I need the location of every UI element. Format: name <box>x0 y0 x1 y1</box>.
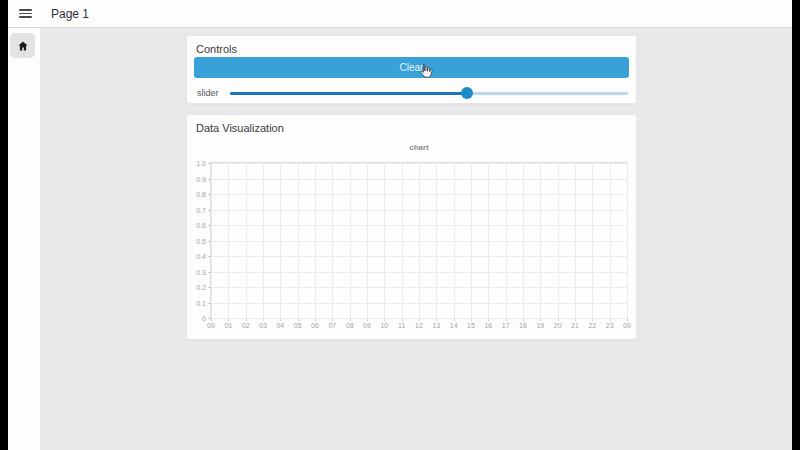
clear-button[interactable]: Clear <box>194 57 629 78</box>
chart-x-tick-label: 13 <box>432 322 440 329</box>
chart-gridline-horizontal <box>211 225 627 226</box>
chart-x-tick-label: 08 <box>346 322 354 329</box>
chart-y-tick-label: 0.7 <box>196 206 206 213</box>
data-visualization-card: Data Visualization chart 000102030405060… <box>186 114 637 340</box>
chart-gridline-horizontal <box>211 179 627 180</box>
chart-y-tick-label: 1.0 <box>196 160 206 167</box>
sidebar-item-home[interactable] <box>10 33 35 58</box>
slider-control: slider <box>197 85 628 101</box>
chart-y-tick-mark <box>208 256 211 257</box>
chart-x-tick-label: 05 <box>294 322 302 329</box>
chart-x-tick-label: 12 <box>415 322 423 329</box>
left-letterbox-bar <box>0 0 8 450</box>
chart-x-tick-label: 11 <box>398 322 405 329</box>
viz-card-title: Data Visualization <box>187 115 636 134</box>
chart-y-tick-mark <box>208 210 211 211</box>
chart-y-tick-mark <box>208 241 211 242</box>
chart-x-tick-label: 20 <box>554 322 562 329</box>
chart-gridline-horizontal <box>211 272 627 273</box>
chart-gridline-horizontal <box>211 318 627 319</box>
chart-x-tick-label: 18 <box>519 322 527 329</box>
controls-card-title: Controls <box>187 36 636 55</box>
chart-x-tick-mark <box>627 318 628 321</box>
chart-y-tick-mark <box>208 194 211 195</box>
chart-y-tick-mark <box>208 163 211 164</box>
chart-y-tick-label: 0.1 <box>196 299 206 306</box>
chart-y-tick-label: 0.9 <box>196 175 206 182</box>
controls-card: Controls Clear slider <box>186 35 637 104</box>
chart-y-tick-label: 0.4 <box>196 253 206 260</box>
chart-title: chart <box>210 143 628 152</box>
chart-x-tick-label: 04 <box>276 322 284 329</box>
chart-y-tick-mark <box>208 287 211 288</box>
slider-fill <box>230 92 467 95</box>
chart-x-tick-label: 09 <box>363 322 371 329</box>
slider-track[interactable] <box>230 92 628 95</box>
slider-label: slider <box>197 88 230 98</box>
chart-gridline-horizontal <box>211 303 627 304</box>
home-icon <box>17 40 29 52</box>
chart-x-tick-label: 21 <box>571 322 579 329</box>
chart-y-tick-mark <box>208 272 211 273</box>
chart-x-tick-label: 03 <box>259 322 267 329</box>
chart-gridline-horizontal <box>211 256 627 257</box>
chart-y-tick-label: 0.2 <box>196 284 206 291</box>
page-title: Page 1 <box>51 7 89 21</box>
chart-y-tick-label: 0.5 <box>196 237 206 244</box>
chart-plot: 0001020304050607080910111213141516171819… <box>210 162 628 319</box>
chart-x-tick-label: 01 <box>224 322 232 329</box>
chart-y-tick-mark <box>208 179 211 180</box>
menu-icon[interactable] <box>19 9 32 18</box>
chart-y-tick-mark <box>208 225 211 226</box>
chart-x-tick-label: 15 <box>467 322 475 329</box>
chart-x-tick-label: 17 <box>502 322 510 329</box>
chart-y-tick-mark <box>208 318 211 319</box>
chart-gridline-horizontal <box>211 287 627 288</box>
chart-x-tick-label: 14 <box>450 322 458 329</box>
top-header: Page 1 <box>8 0 792 28</box>
chart-gridline-horizontal <box>211 210 627 211</box>
chart-gridline-horizontal <box>211 241 627 242</box>
chart-gridline-vertical <box>627 163 628 318</box>
chart-y-tick-label: 0 <box>202 315 206 322</box>
chart-x-tick-label: 19 <box>536 322 544 329</box>
slider-thumb[interactable] <box>461 87 473 99</box>
chart-x-tick-label: 10 <box>380 322 388 329</box>
chart-x-tick-label: 16 <box>484 322 492 329</box>
chart-gridline-horizontal <box>211 194 627 195</box>
chart-x-tick-label: 07 <box>328 322 336 329</box>
chart-y-tick-label: 0.3 <box>196 268 206 275</box>
chart-x-tick-label: 22 <box>588 322 596 329</box>
chart-y-tick-label: 0.8 <box>196 191 206 198</box>
chart-y-tick-mark <box>208 303 211 304</box>
chart-y-tick-label: 0.6 <box>196 222 206 229</box>
right-letterbox-bar <box>792 0 800 450</box>
chart-gridline-horizontal <box>211 163 627 164</box>
chart-x-tick-label: 02 <box>242 322 250 329</box>
chart-x-tick-label: 00 <box>207 322 215 329</box>
sidebar <box>8 28 40 450</box>
chart-x-tick-label: 23 <box>606 322 614 329</box>
chart-x-tick-label: 00 <box>623 322 631 329</box>
chart-x-tick-label: 06 <box>311 322 319 329</box>
